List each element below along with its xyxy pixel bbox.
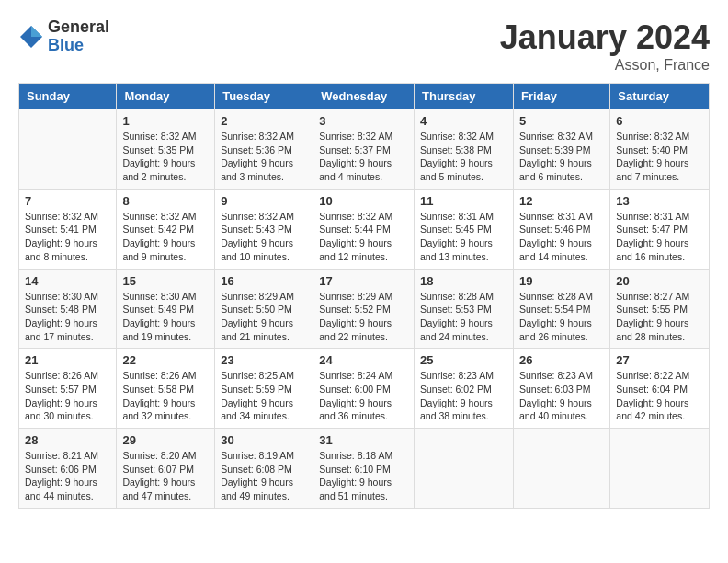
weekday-header-thursday: Thursday: [415, 84, 514, 109]
day-info: Sunrise: 8:29 AMSunset: 5:50 PMDaylight:…: [221, 290, 307, 344]
calendar-cell: 10Sunrise: 8:32 AMSunset: 5:44 PMDayligh…: [313, 189, 415, 269]
day-number: 2: [221, 114, 307, 128]
day-number: 4: [420, 114, 507, 128]
day-info: Sunrise: 8:23 AMSunset: 6:03 PMDaylight:…: [519, 369, 604, 423]
weekday-header-monday: Monday: [117, 84, 215, 109]
title-section: January 2024 Asson, France: [500, 18, 710, 74]
weekday-header-wednesday: Wednesday: [313, 84, 415, 109]
day-number: 14: [25, 274, 110, 288]
day-info: Sunrise: 8:18 AMSunset: 6:10 PMDaylight:…: [319, 449, 408, 503]
weekday-header-tuesday: Tuesday: [215, 84, 313, 109]
day-info: Sunrise: 8:27 AMSunset: 5:55 PMDaylight:…: [616, 290, 703, 344]
calendar-cell: 30Sunrise: 8:19 AMSunset: 6:08 PMDayligh…: [215, 429, 313, 509]
day-info: Sunrise: 8:26 AMSunset: 5:58 PMDaylight:…: [122, 369, 209, 423]
calendar-cell: 3Sunrise: 8:32 AMSunset: 5:37 PMDaylight…: [313, 109, 415, 190]
day-info: Sunrise: 8:25 AMSunset: 5:59 PMDaylight:…: [221, 369, 307, 423]
day-number: 28: [25, 433, 110, 447]
month-title: January 2024: [500, 18, 710, 57]
calendar-cell: 22Sunrise: 8:26 AMSunset: 5:58 PMDayligh…: [117, 349, 215, 429]
calendar-cell: 19Sunrise: 8:28 AMSunset: 5:54 PMDayligh…: [513, 269, 609, 349]
day-number: 16: [221, 274, 307, 288]
calendar-cell: 16Sunrise: 8:29 AMSunset: 5:50 PMDayligh…: [215, 269, 313, 349]
calendar-cell: 27Sunrise: 8:22 AMSunset: 6:04 PMDayligh…: [610, 349, 710, 429]
day-number: 3: [319, 114, 408, 128]
day-number: 13: [616, 194, 703, 208]
calendar-cell: 21Sunrise: 8:26 AMSunset: 5:57 PMDayligh…: [19, 349, 117, 429]
calendar-cell: 28Sunrise: 8:21 AMSunset: 6:06 PMDayligh…: [19, 429, 117, 509]
day-number: 24: [319, 353, 408, 367]
day-number: 29: [122, 433, 209, 447]
calendar-cell: 20Sunrise: 8:27 AMSunset: 5:55 PMDayligh…: [610, 269, 710, 349]
day-info: Sunrise: 8:32 AMSunset: 5:40 PMDaylight:…: [616, 130, 703, 184]
day-info: Sunrise: 8:30 AMSunset: 5:48 PMDaylight:…: [25, 290, 110, 344]
weekday-header-sunday: Sunday: [19, 84, 117, 109]
calendar-week-2: 7Sunrise: 8:32 AMSunset: 5:41 PMDaylight…: [19, 189, 710, 269]
day-number: 27: [616, 353, 703, 367]
calendar-cell: [610, 429, 710, 509]
day-info: Sunrise: 8:32 AMSunset: 5:39 PMDaylight:…: [519, 130, 604, 184]
logo-icon: [18, 24, 44, 50]
day-info: Sunrise: 8:31 AMSunset: 5:46 PMDaylight:…: [519, 210, 604, 264]
day-number: 5: [519, 114, 604, 128]
day-info: Sunrise: 8:32 AMSunset: 5:35 PMDaylight:…: [122, 130, 209, 184]
day-number: 6: [616, 114, 703, 128]
day-number: 31: [319, 433, 408, 447]
calendar-cell: 14Sunrise: 8:30 AMSunset: 5:48 PMDayligh…: [19, 269, 117, 349]
calendar-cell: 9Sunrise: 8:32 AMSunset: 5:43 PMDaylight…: [215, 189, 313, 269]
calendar-cell: 12Sunrise: 8:31 AMSunset: 5:46 PMDayligh…: [513, 189, 609, 269]
calendar-cell: 29Sunrise: 8:20 AMSunset: 6:07 PMDayligh…: [117, 429, 215, 509]
day-info: Sunrise: 8:22 AMSunset: 6:04 PMDaylight:…: [616, 369, 703, 423]
page-header: General Blue January 2024 Asson, France: [18, 18, 710, 74]
calendar-cell: 15Sunrise: 8:30 AMSunset: 5:49 PMDayligh…: [117, 269, 215, 349]
day-number: 7: [25, 194, 110, 208]
day-number: 17: [319, 274, 408, 288]
calendar-cell: 13Sunrise: 8:31 AMSunset: 5:47 PMDayligh…: [610, 189, 710, 269]
day-info: Sunrise: 8:20 AMSunset: 6:07 PMDaylight:…: [122, 449, 209, 503]
day-number: 25: [420, 353, 507, 367]
day-info: Sunrise: 8:32 AMSunset: 5:37 PMDaylight:…: [319, 130, 408, 184]
calendar-cell: 2Sunrise: 8:32 AMSunset: 5:36 PMDaylight…: [215, 109, 313, 190]
day-info: Sunrise: 8:28 AMSunset: 5:54 PMDaylight:…: [519, 290, 604, 344]
day-number: 20: [616, 274, 703, 288]
day-info: Sunrise: 8:31 AMSunset: 5:47 PMDaylight:…: [616, 210, 703, 264]
day-info: Sunrise: 8:19 AMSunset: 6:08 PMDaylight:…: [221, 449, 307, 503]
day-info: Sunrise: 8:26 AMSunset: 5:57 PMDaylight:…: [25, 369, 110, 423]
day-number: 23: [221, 353, 307, 367]
weekday-header-row: SundayMondayTuesdayWednesdayThursdayFrid…: [19, 84, 710, 109]
calendar-cell: 23Sunrise: 8:25 AMSunset: 5:59 PMDayligh…: [215, 349, 313, 429]
calendar-cell: 18Sunrise: 8:28 AMSunset: 5:53 PMDayligh…: [415, 269, 514, 349]
day-info: Sunrise: 8:32 AMSunset: 5:38 PMDaylight:…: [420, 130, 507, 184]
day-info: Sunrise: 8:28 AMSunset: 5:53 PMDaylight:…: [420, 290, 507, 344]
calendar-cell: 24Sunrise: 8:24 AMSunset: 6:00 PMDayligh…: [313, 349, 415, 429]
calendar-cell: 31Sunrise: 8:18 AMSunset: 6:10 PMDayligh…: [313, 429, 415, 509]
day-info: Sunrise: 8:32 AMSunset: 5:41 PMDaylight:…: [25, 210, 110, 264]
logo-blue: Blue: [48, 37, 109, 55]
calendar-week-4: 21Sunrise: 8:26 AMSunset: 5:57 PMDayligh…: [19, 349, 710, 429]
calendar-week-5: 28Sunrise: 8:21 AMSunset: 6:06 PMDayligh…: [19, 429, 710, 509]
day-number: 22: [122, 353, 209, 367]
calendar-cell: 8Sunrise: 8:32 AMSunset: 5:42 PMDaylight…: [117, 189, 215, 269]
weekday-header-saturday: Saturday: [610, 84, 710, 109]
day-info: Sunrise: 8:21 AMSunset: 6:06 PMDaylight:…: [25, 449, 110, 503]
day-info: Sunrise: 8:31 AMSunset: 5:45 PMDaylight:…: [420, 210, 507, 264]
calendar-cell: 6Sunrise: 8:32 AMSunset: 5:40 PMDaylight…: [610, 109, 710, 190]
day-number: 12: [519, 194, 604, 208]
svg-marker-1: [31, 26, 42, 37]
day-number: 26: [519, 353, 604, 367]
logo: General Blue: [18, 18, 109, 55]
day-number: 30: [221, 433, 307, 447]
weekday-header-friday: Friday: [513, 84, 609, 109]
day-number: 19: [519, 274, 604, 288]
day-info: Sunrise: 8:32 AMSunset: 5:36 PMDaylight:…: [221, 130, 307, 184]
calendar-week-1: 1Sunrise: 8:32 AMSunset: 5:35 PMDaylight…: [19, 109, 710, 190]
day-number: 11: [420, 194, 507, 208]
calendar-cell: 5Sunrise: 8:32 AMSunset: 5:39 PMDaylight…: [513, 109, 609, 190]
calendar-cell: [415, 429, 514, 509]
day-number: 1: [122, 114, 209, 128]
calendar-cell: 17Sunrise: 8:29 AMSunset: 5:52 PMDayligh…: [313, 269, 415, 349]
day-info: Sunrise: 8:32 AMSunset: 5:44 PMDaylight:…: [319, 210, 408, 264]
day-info: Sunrise: 8:24 AMSunset: 6:00 PMDaylight:…: [319, 369, 408, 423]
calendar-cell: 25Sunrise: 8:23 AMSunset: 6:02 PMDayligh…: [415, 349, 514, 429]
day-number: 21: [25, 353, 110, 367]
calendar-cell: 7Sunrise: 8:32 AMSunset: 5:41 PMDaylight…: [19, 189, 117, 269]
